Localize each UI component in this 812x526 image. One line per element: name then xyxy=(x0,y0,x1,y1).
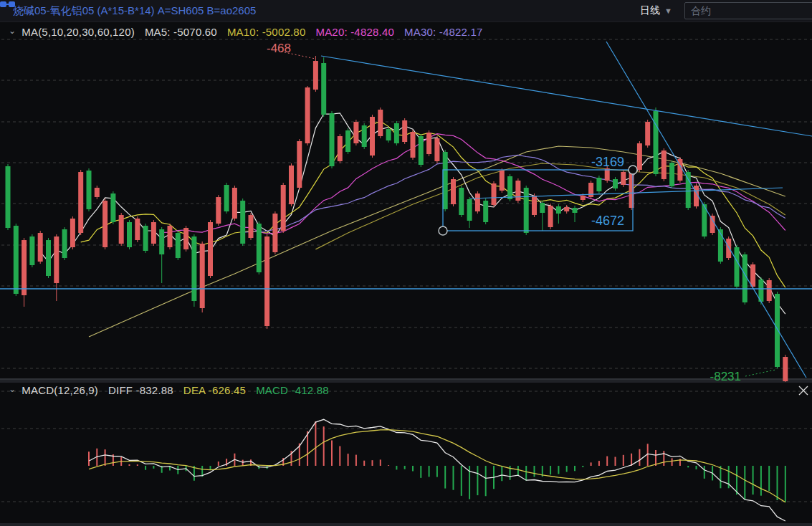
candle-body xyxy=(46,240,51,276)
candle-body xyxy=(330,113,335,166)
candle-body xyxy=(459,188,464,215)
candle-body xyxy=(119,215,124,244)
candle-body xyxy=(419,136,424,165)
ma10-value: MA10: -5002.80 xyxy=(227,26,306,38)
candle-body xyxy=(240,201,245,244)
collapse-chevron-icon[interactable]: ⌄ xyxy=(9,384,16,394)
candle-body xyxy=(411,132,416,158)
candle-body xyxy=(272,214,277,252)
candle-body xyxy=(297,141,302,188)
ma-indicator-row: ⌄ MA(5,10,20,30,60,120) MA5: -5070.60 MA… xyxy=(9,26,493,38)
candle-body xyxy=(783,357,788,381)
chevron-down-icon: ▼ xyxy=(664,6,672,15)
candle-body xyxy=(216,197,221,224)
candle-body xyxy=(151,222,156,244)
candle-body xyxy=(443,152,448,209)
candle-body xyxy=(515,181,520,201)
candle-body xyxy=(735,247,740,287)
candle-body xyxy=(54,236,59,283)
candle-body xyxy=(62,229,67,258)
candle-body xyxy=(78,172,83,233)
candle-body xyxy=(143,226,148,251)
rect-bottom-price-label: -4672 xyxy=(591,214,624,228)
candle-body xyxy=(573,208,578,213)
period-label: 日线 xyxy=(640,4,660,17)
candle-body xyxy=(127,222,132,247)
contract-search-input[interactable] xyxy=(684,2,812,19)
chart-canvas[interactable]: -3169-4672-468-8231 xyxy=(0,0,812,526)
candle-body xyxy=(208,222,213,276)
candle-body xyxy=(305,87,310,143)
candle-body xyxy=(540,203,545,213)
candle-body xyxy=(596,178,601,191)
candle-body xyxy=(564,207,569,211)
cross-cursor-mark xyxy=(799,386,808,395)
candle-body xyxy=(191,236,196,301)
candle-body xyxy=(434,138,439,161)
macd-params-label: MACD(12,26,9) xyxy=(22,384,98,396)
candle-body xyxy=(232,188,237,219)
candle-body xyxy=(135,219,140,240)
candle-body xyxy=(257,224,262,272)
candle-body xyxy=(710,216,715,233)
dea-value: DEA -626.45 xyxy=(183,384,246,396)
candle-body xyxy=(775,294,780,367)
price-label: -468 xyxy=(267,42,291,55)
candle-body xyxy=(183,228,188,249)
candle-body xyxy=(726,239,731,258)
ma20-value: MA20: -4828.40 xyxy=(315,26,394,38)
rect-handle[interactable] xyxy=(629,166,637,174)
candle-body xyxy=(467,199,472,221)
candle-body xyxy=(581,196,586,200)
candle-body xyxy=(767,280,772,301)
candle-body xyxy=(264,236,269,326)
candle-body xyxy=(556,206,561,214)
period-dropdown[interactable]: 日线 ▼ xyxy=(640,3,672,19)
rect-handle[interactable] xyxy=(439,226,447,235)
candle-body xyxy=(321,63,326,115)
ma10-line xyxy=(81,121,785,287)
collapse-chevron-icon[interactable]: ⌄ xyxy=(9,26,16,36)
candle-body xyxy=(451,179,456,204)
candle-body xyxy=(661,150,667,179)
candle-body xyxy=(102,201,108,247)
diff-value: DIFF -832.88 xyxy=(108,384,173,396)
ma30-value: MA30: -4822.17 xyxy=(404,26,483,38)
candle-body xyxy=(548,206,553,227)
candle-body xyxy=(338,136,343,161)
candle-body xyxy=(14,226,19,294)
ma-params-label: MA(5,10,20,30,60,120) xyxy=(22,26,135,38)
candle-body xyxy=(87,171,92,209)
candle-body xyxy=(289,166,294,204)
candle-body xyxy=(492,183,497,205)
candle-body xyxy=(475,193,480,211)
candle-body xyxy=(645,122,650,145)
candle-body xyxy=(313,61,318,90)
candle-body xyxy=(168,226,173,247)
candle-body xyxy=(588,183,593,197)
candle-body xyxy=(394,123,399,143)
app-window: -3169-4672-468-8231 烧碱05-氧化铝05 (A*15-B*1… xyxy=(0,0,812,526)
candle-body xyxy=(249,215,254,238)
candle-body xyxy=(6,166,11,228)
candle-body xyxy=(524,188,529,233)
candle-body xyxy=(378,110,383,136)
candle-body xyxy=(742,254,747,302)
candle-body xyxy=(637,143,642,170)
candle-body xyxy=(483,201,488,222)
candle-body xyxy=(29,236,34,265)
candle-body xyxy=(345,130,350,152)
price-label: -8231 xyxy=(710,370,741,383)
candle-body xyxy=(200,244,205,308)
trendline[interactable] xyxy=(606,42,806,378)
candle-body xyxy=(426,133,431,154)
bottom-strip xyxy=(0,523,812,526)
candle-body xyxy=(176,233,181,258)
label-pointer-line xyxy=(745,370,775,376)
candle-body xyxy=(159,229,164,254)
candle-body xyxy=(386,129,391,140)
candle-body xyxy=(402,120,407,142)
candle-body xyxy=(507,176,512,199)
candle-body xyxy=(613,179,618,188)
macd-value: MACD -412.88 xyxy=(256,384,329,396)
